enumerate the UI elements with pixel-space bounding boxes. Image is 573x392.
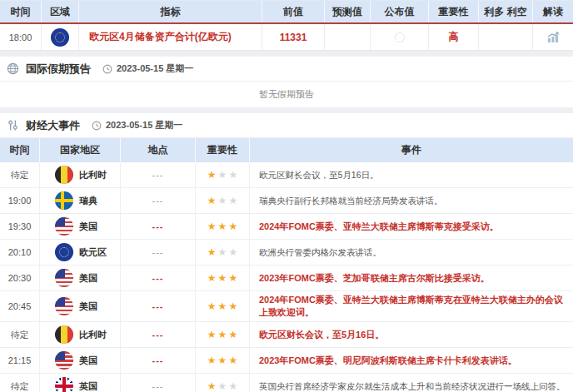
event-text: 欧元区财长会议，至5月16日。 bbox=[250, 322, 573, 347]
clock-icon bbox=[102, 64, 112, 74]
events-table-body: 待定 比利时 --- ★★★ 欧元区财长会议，至5月16日。 19:00 瑞典 … bbox=[0, 162, 573, 392]
importance-stars: ★★★ bbox=[196, 291, 250, 321]
importance-stars: ★★★ bbox=[196, 162, 250, 187]
event-country: 美国 bbox=[40, 291, 121, 321]
event-location: --- bbox=[121, 291, 196, 321]
event-row[interactable]: 20:30 美国 --- ★★★ 2023年FOMC票委、芝加哥联储主席古尔斯比… bbox=[0, 265, 573, 291]
country-name: 英国 bbox=[79, 380, 97, 392]
col-indicator: 指标 bbox=[79, 1, 262, 22]
col-time: 时间 bbox=[0, 138, 40, 162]
event-text: 英国央行首席经济学家皮尔就生活成本上升和当前经济状况进行一场线上问答。 bbox=[250, 374, 573, 392]
event-time: 19:30 bbox=[0, 214, 40, 239]
holiday-empty-text: 暂无假期预告 bbox=[259, 88, 314, 101]
events-table-header: 时间 国家地区 地点 重要性 事件 bbox=[0, 138, 573, 162]
country-flag-icon bbox=[55, 166, 73, 184]
economic-calendar-page: 时间 区域 指标 前值 预测值 公布值 重要性 利多 利空 解读 18:00 欧… bbox=[0, 0, 573, 392]
col-event: 事件 bbox=[250, 138, 573, 162]
col-location: 地点 bbox=[121, 138, 196, 162]
clock-icon bbox=[92, 121, 102, 131]
star-icon: ★ bbox=[228, 380, 237, 392]
indicator-row[interactable]: 18:00 欧元区4月储备资产合计(亿欧元) 11331 高 bbox=[0, 24, 573, 51]
star-icon: ★ bbox=[228, 329, 237, 340]
event-row[interactable]: 待定 比利时 --- ★★★ 欧元区财长会议，至5月16日。 bbox=[0, 322, 573, 348]
star-icon: ★ bbox=[218, 355, 227, 366]
importance-value: 高 bbox=[429, 24, 479, 50]
holiday-section-title: 国际假期预告 bbox=[26, 62, 91, 77]
event-location: --- bbox=[121, 188, 196, 213]
indicator-table-header: 时间 区域 指标 前值 预测值 公布值 重要性 利多 利空 解读 bbox=[0, 1, 573, 24]
event-row[interactable]: 20:10 欧元区 --- ★★★ 欧洲央行管委内格尔发表讲话。 bbox=[0, 240, 573, 265]
country-name: 美国 bbox=[79, 355, 97, 367]
star-icon: ★ bbox=[228, 272, 237, 284]
events-section-header: 财经大事件 2023-05-15 星期一 bbox=[0, 113, 573, 138]
event-row[interactable]: 20:45 美国 --- ★★★ 2024年FOMC票委、亚特兰大联储主席博斯蒂… bbox=[0, 291, 573, 322]
event-row[interactable]: 19:30 美国 --- ★★★ 2024年FOMC票委、亚特兰大联储主席博斯蒂… bbox=[0, 214, 573, 240]
indicator-region bbox=[42, 24, 79, 50]
event-text: 欧洲央行管委内格尔发表讲话。 bbox=[250, 240, 573, 265]
bull-bear-value bbox=[479, 24, 533, 50]
event-row[interactable]: 待定 英国 --- ★★★ 英国央行首席经济学家皮尔就生活成本上升和当前经济状况… bbox=[0, 374, 573, 392]
col-country: 国家地区 bbox=[40, 138, 121, 162]
eu-flag-icon bbox=[51, 28, 69, 47]
chart-icon[interactable] bbox=[533, 24, 573, 50]
col-region: 区域 bbox=[42, 1, 79, 22]
event-time: 20:45 bbox=[0, 291, 40, 321]
star-icon: ★ bbox=[207, 246, 217, 258]
col-previous: 前值 bbox=[262, 1, 325, 22]
star-icon: ★ bbox=[218, 300, 227, 312]
star-icon: ★ bbox=[218, 169, 227, 181]
col-importance: 重要性 bbox=[196, 138, 250, 162]
event-row[interactable]: 19:00 瑞典 --- ★★★ 瑞典央行副行长邦格就当前经济局势发表讲话。 bbox=[0, 188, 573, 214]
country-flag-icon bbox=[55, 269, 73, 287]
sliders-icon bbox=[7, 119, 19, 131]
importance-stars: ★★★ bbox=[196, 240, 250, 265]
country-name: 瑞典 bbox=[79, 195, 97, 207]
country-flag-icon bbox=[55, 325, 73, 344]
event-time: 20:30 bbox=[0, 265, 40, 290]
star-icon: ★ bbox=[207, 221, 217, 232]
event-row[interactable]: 待定 比利时 --- ★★★ 欧元区财长会议，至5月16日。 bbox=[0, 162, 573, 188]
holiday-section-header: 国际假期预告 2023-05-15 星期一 bbox=[0, 57, 573, 82]
section-divider bbox=[0, 51, 573, 57]
star-icon: ★ bbox=[228, 300, 237, 312]
event-country: 瑞典 bbox=[40, 188, 121, 213]
importance-stars: ★★★ bbox=[196, 214, 250, 239]
country-name: 比利时 bbox=[79, 329, 107, 341]
events-date: 2023-05-15 星期一 bbox=[106, 119, 182, 131]
col-published: 公布值 bbox=[371, 1, 429, 22]
country-name: 欧元区 bbox=[79, 246, 107, 259]
event-time: 19:00 bbox=[0, 188, 40, 213]
star-icon: ★ bbox=[218, 272, 227, 284]
indicator-table: 时间 区域 指标 前值 预测值 公布值 重要性 利多 利空 解读 18:00 欧… bbox=[0, 0, 573, 51]
star-icon: ★ bbox=[228, 169, 237, 181]
event-text: 2024年FOMC票委、亚特兰大联储主席博斯蒂克接受采访。 bbox=[250, 214, 573, 239]
indicator-name: 欧元区4月储备资产合计(亿欧元) bbox=[79, 24, 262, 50]
section-divider bbox=[0, 107, 573, 113]
star-icon: ★ bbox=[228, 195, 237, 206]
indicator-time: 18:00 bbox=[0, 24, 42, 50]
star-icon: ★ bbox=[218, 246, 227, 258]
star-icon: ★ bbox=[207, 329, 217, 340]
event-text: 2023年FOMC票委、芝加哥联储主席古尔斯比接受采访。 bbox=[250, 265, 573, 290]
col-interpret: 解读 bbox=[533, 1, 573, 22]
col-importance: 重要性 bbox=[429, 1, 479, 22]
event-location: --- bbox=[121, 214, 196, 239]
importance-stars: ★★★ bbox=[196, 348, 250, 373]
event-location: --- bbox=[121, 265, 196, 290]
event-time: 20:10 bbox=[0, 240, 40, 265]
country-flag-icon bbox=[55, 191, 73, 210]
star-icon: ★ bbox=[228, 246, 237, 258]
event-text: 2023年FOMC票委、明尼阿波利斯联储主席卡什卡利发表讲话。 bbox=[250, 348, 573, 373]
event-country: 美国 bbox=[40, 265, 121, 290]
col-forecast: 预测值 bbox=[325, 1, 371, 22]
event-location: --- bbox=[121, 240, 196, 265]
star-icon: ★ bbox=[218, 329, 227, 340]
loading-spinner-icon bbox=[395, 32, 405, 42]
holiday-empty-row: 暂无假期预告 bbox=[0, 82, 573, 107]
country-flag-icon bbox=[55, 351, 73, 370]
events-section-title: 财经大事件 bbox=[26, 118, 80, 133]
col-bull-bear: 利多 利空 bbox=[479, 1, 533, 22]
event-row[interactable]: 21:15 美国 --- ★★★ 2023年FOMC票委、明尼阿波利斯联储主席卡… bbox=[0, 348, 573, 374]
published-value bbox=[371, 24, 429, 50]
forecast-value bbox=[325, 24, 371, 50]
